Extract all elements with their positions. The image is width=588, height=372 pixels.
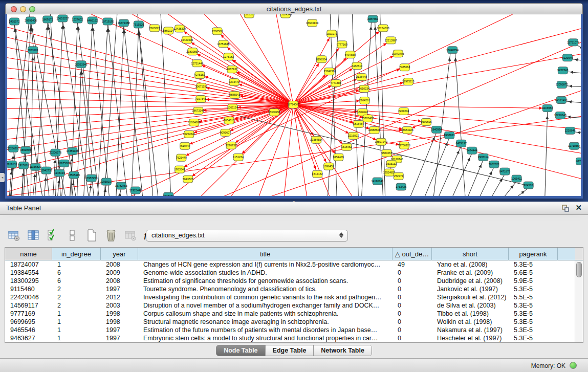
network-node[interactable]: 17359928 xyxy=(66,147,78,155)
table-row[interactable]: 1938455462009Genome-wide association stu… xyxy=(5,269,575,277)
column-header-out_degree[interactable]: △ out_de… xyxy=(393,248,432,260)
network-node[interactable]: 1816464 xyxy=(353,120,364,127)
network-node[interactable]: 30671193 xyxy=(195,83,208,91)
column-header-in_degree[interactable]: in_degree xyxy=(52,248,101,260)
network-node[interactable]: 9093607 xyxy=(220,129,231,136)
network-node[interactable]: 2053101 xyxy=(28,47,38,54)
network-node[interactable]: 10973493 xyxy=(392,50,404,57)
network-node[interactable]: 12213967 xyxy=(385,37,397,44)
network-node[interactable]: 7654013 xyxy=(224,117,234,124)
tab-network-table[interactable]: Network Table xyxy=(313,345,372,356)
close-panel-icon[interactable]: ✕ xyxy=(575,203,582,212)
network-node[interactable]: 7619447 xyxy=(180,142,190,149)
network-node[interactable]: 1840994 xyxy=(431,126,442,133)
network-node[interactable]: 20691406 xyxy=(25,17,37,24)
network-node[interactable]: 16154838 xyxy=(377,25,389,32)
network-node[interactable]: 2648339 xyxy=(163,192,174,196)
network-node[interactable]: 1514162 xyxy=(312,170,323,178)
network-view[interactable]: 2405572206914061869171106532571527602646… xyxy=(5,14,583,199)
network-node[interactable]: 25266950 xyxy=(7,145,19,152)
network-node[interactable]: 15720407 xyxy=(361,115,374,122)
network-node[interactable]: 1151234 xyxy=(233,154,244,161)
network-node[interactable]: 2935114 xyxy=(478,154,489,161)
network-node[interactable]: 20053346 xyxy=(75,61,87,68)
network-node[interactable]: 2087682 xyxy=(367,15,378,23)
network-window-titlebar[interactable]: citations_edges.txt xyxy=(5,3,583,14)
network-node[interactable]: 15751074 xyxy=(567,39,579,46)
table-row[interactable]: 946554611997Estimation of the future num… xyxy=(5,326,575,334)
tab-node-table[interactable]: Node Table xyxy=(216,345,265,356)
network-node[interactable]: 13751845 xyxy=(217,40,229,48)
network-node[interactable]: 1275182 xyxy=(223,53,234,60)
table-row[interactable]: 946362711997Embryonic stem cells: a mode… xyxy=(5,334,575,342)
panel-collapse-handle[interactable]: ◂ xyxy=(0,173,5,182)
column-header-pagerank[interactable]: pagerank xyxy=(509,248,558,260)
network-node[interactable]: 1096451 xyxy=(323,163,334,170)
network-node[interactable]: 1361124 xyxy=(227,104,238,112)
network-node[interactable]: 9777169 xyxy=(337,41,347,48)
network-node[interactable]: 1733426 xyxy=(396,183,406,190)
network-node[interactable]: 2067137 xyxy=(227,66,237,73)
select-rows-icon[interactable] xyxy=(46,228,59,243)
network-node[interactable]: 7625449 xyxy=(176,154,187,161)
network-node[interactable]: 16648794 xyxy=(446,47,459,54)
column-header-name[interactable]: name xyxy=(5,248,52,260)
table-row[interactable]: 969969511998Structural magnetic resonanc… xyxy=(5,318,575,326)
network-node[interactable]: 1915061 xyxy=(18,162,29,169)
scrollbar-thumb[interactable] xyxy=(576,262,582,277)
float-panel-icon[interactable] xyxy=(561,204,570,212)
network-node[interactable]: 7515526 xyxy=(133,21,144,28)
table-row[interactable]: 1830029562008Estimation of significance … xyxy=(5,277,575,285)
network-node[interactable]: 9886543 xyxy=(229,92,240,99)
network-node[interactable]: 8860124 xyxy=(163,27,174,34)
network-node[interactable]: 3919131 xyxy=(7,161,17,168)
table-selector-dropdown[interactable]: citations_edges.txt xyxy=(146,230,348,242)
network-node[interactable]: 9227343 xyxy=(557,67,568,74)
network-node[interactable]: 9154409 xyxy=(333,154,344,161)
network-node[interactable]: 13654923 xyxy=(401,126,413,134)
network-node[interactable]: 12444194 xyxy=(555,97,568,104)
table-row[interactable]: 2242004622012Investigating the contribut… xyxy=(5,293,575,301)
network-node[interactable]: 12975115 xyxy=(402,78,415,85)
network-node[interactable]: 1527602 xyxy=(72,16,83,23)
network-node[interactable]: 7197343 xyxy=(195,96,206,103)
network-node[interactable]: 12093872 xyxy=(556,81,568,89)
network-node[interactable]: 677102 xyxy=(576,158,581,165)
network-node[interactable]: 16210643 xyxy=(554,112,567,119)
network-node[interactable]: 1921072 xyxy=(326,30,337,37)
table-row[interactable]: 911546021997Tourette syndrome. Phenomeno… xyxy=(5,285,575,293)
network-node[interactable]: 6466162 xyxy=(87,17,98,24)
network-node[interactable]: 10719195 xyxy=(102,18,114,25)
network-node[interactable]: 7462610 xyxy=(352,62,362,70)
network-node[interactable]: 2209204 xyxy=(398,107,409,115)
network-node[interactable]: 71034608 xyxy=(188,119,200,126)
network-node[interactable]: 2200588 xyxy=(212,28,223,35)
network-node[interactable]: 1145194 xyxy=(54,169,65,177)
network-node[interactable]: 924502 xyxy=(524,182,533,189)
tab-edge-table[interactable]: Edge Table xyxy=(265,345,314,356)
network-node[interactable]: 1953549 xyxy=(175,166,185,173)
network-node[interactable]: 2136448 xyxy=(356,74,367,81)
network-node[interactable]: 10688609 xyxy=(368,126,381,134)
network-node[interactable]: 3216021 xyxy=(348,132,359,139)
column-header-short[interactable]: short xyxy=(432,248,509,260)
table-settings-icon[interactable] xyxy=(7,228,20,243)
network-node[interactable]: 12438304 xyxy=(173,25,186,32)
network-node[interactable]: 1584219 xyxy=(324,68,335,75)
network-node[interactable]: 21810857 xyxy=(186,48,199,55)
network-node[interactable]: 9276732 xyxy=(226,142,236,149)
network-node[interactable]: 6479197 xyxy=(456,140,467,147)
network-node[interactable]: 10958107 xyxy=(100,178,113,185)
table-row[interactable]: 1872400712008Changes of HCN gene express… xyxy=(5,260,575,269)
network-node[interactable]: 18300295 xyxy=(268,108,280,116)
network-node[interactable]: 8938923 xyxy=(444,132,455,139)
network-node[interactable]: 1210646 xyxy=(564,127,575,134)
column-header-year[interactable]: year xyxy=(101,248,138,260)
network-node[interactable]: 252274 xyxy=(394,172,403,180)
network-node[interactable]: 8198304 xyxy=(316,56,327,63)
network-node[interactable]: 12710354 xyxy=(568,142,580,149)
network-node[interactable]: 1616462 xyxy=(341,143,352,150)
show-column-icon[interactable] xyxy=(27,228,40,243)
network-node[interactable]: 15124549 xyxy=(279,14,292,18)
network-node[interactable]: 16671388 xyxy=(118,19,130,27)
